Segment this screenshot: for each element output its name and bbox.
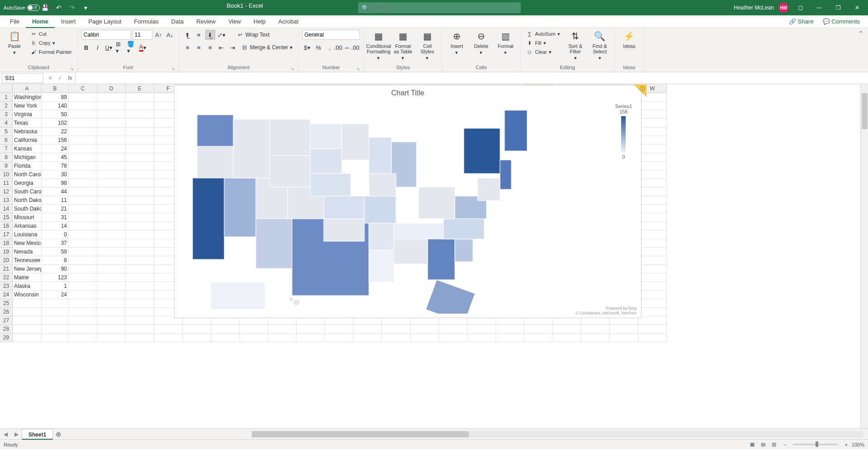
cell-A7[interactable]: Kansas bbox=[13, 145, 42, 153]
align-middle-icon[interactable]: ≡ bbox=[194, 30, 204, 40]
cell-E25[interactable] bbox=[126, 299, 154, 308]
row-header-25[interactable]: 25 bbox=[0, 299, 13, 308]
cell-A6[interactable]: California bbox=[13, 136, 42, 145]
tab-data[interactable]: Data bbox=[165, 15, 190, 28]
italic-button[interactable]: I bbox=[93, 42, 103, 52]
find-select-button[interactable]: 🔍Find & Select▾ bbox=[589, 30, 611, 61]
row-header-17[interactable]: 17 bbox=[0, 230, 13, 239]
sort-filter-button[interactable]: ⇅Sort & Filter▾ bbox=[565, 30, 586, 61]
cell-V29[interactable] bbox=[610, 333, 638, 342]
cell-C20[interactable] bbox=[69, 256, 97, 265]
cell-E26[interactable] bbox=[126, 308, 154, 316]
cell-C6[interactable] bbox=[69, 136, 97, 145]
row-header-9[interactable]: 9 bbox=[0, 162, 13, 170]
cell-D5[interactable] bbox=[97, 127, 126, 136]
prev-sheet-icon[interactable]: ◀ bbox=[0, 431, 11, 437]
user-avatar[interactable]: HM bbox=[778, 3, 788, 13]
cell-I28[interactable] bbox=[240, 325, 268, 333]
cell-D26[interactable] bbox=[97, 308, 126, 316]
cell-M29[interactable] bbox=[354, 333, 382, 342]
fill-color-button[interactable]: 🪣▾ bbox=[127, 42, 137, 52]
row-header-24[interactable]: 24 bbox=[0, 291, 13, 299]
cell-C25[interactable] bbox=[69, 299, 97, 308]
row-header-13[interactable]: 13 bbox=[0, 196, 13, 205]
clear-button[interactable]: ◇Clear ▾ bbox=[524, 48, 561, 56]
cell-W8[interactable] bbox=[638, 153, 667, 162]
cell-E2[interactable] bbox=[126, 102, 154, 110]
row-header-11[interactable]: 11 bbox=[0, 179, 13, 188]
cell-A24[interactable]: Wisconsin bbox=[13, 291, 42, 299]
zoom-level[interactable]: 100% bbox=[852, 442, 864, 447]
next-sheet-icon[interactable]: ▶ bbox=[11, 431, 22, 437]
cell-U29[interactable] bbox=[581, 333, 610, 342]
row-header-20[interactable]: 20 bbox=[0, 256, 13, 265]
row-header-22[interactable]: 22 bbox=[0, 273, 13, 282]
cell-E3[interactable] bbox=[126, 110, 154, 119]
cell-D28[interactable] bbox=[97, 325, 126, 333]
cell-C23[interactable] bbox=[69, 282, 97, 291]
cell-H29[interactable] bbox=[211, 333, 240, 342]
cell-O28[interactable] bbox=[410, 325, 439, 333]
add-sheet-button[interactable]: ⊕ bbox=[53, 430, 64, 439]
cell-A22[interactable]: Maine bbox=[13, 273, 42, 282]
cell-D24[interactable] bbox=[97, 291, 126, 299]
cell-B3[interactable]: 50 bbox=[42, 110, 69, 119]
cell-B17[interactable]: 0 bbox=[42, 230, 69, 239]
increase-indent-icon[interactable]: ⇥ bbox=[228, 42, 238, 52]
cell-D14[interactable] bbox=[97, 205, 126, 213]
accounting-format-icon[interactable]: $▾ bbox=[302, 42, 312, 52]
comma-format-icon[interactable]: , bbox=[325, 42, 335, 52]
cell-S28[interactable] bbox=[524, 325, 553, 333]
normal-view-icon[interactable]: ▦ bbox=[747, 441, 758, 449]
cell-A25[interactable] bbox=[13, 299, 42, 308]
cell-D19[interactable] bbox=[97, 248, 126, 256]
cell-C28[interactable] bbox=[69, 325, 97, 333]
decrease-decimal-icon[interactable]: ←.00 bbox=[347, 42, 357, 52]
cell-C21[interactable] bbox=[69, 265, 97, 273]
cell-W12[interactable] bbox=[638, 188, 667, 196]
tab-formulas[interactable]: Formulas bbox=[128, 15, 165, 28]
cell-W5[interactable] bbox=[638, 127, 667, 136]
cell-B26[interactable] bbox=[42, 308, 69, 316]
cell-W20[interactable] bbox=[638, 256, 667, 265]
user-name[interactable]: Heather McLean bbox=[734, 5, 774, 11]
col-header-C[interactable]: C bbox=[69, 84, 97, 93]
cell-B12[interactable]: 44 bbox=[42, 188, 69, 196]
cell-A3[interactable]: Virginia bbox=[13, 110, 42, 119]
cell-M28[interactable] bbox=[354, 325, 382, 333]
cell-T28[interactable] bbox=[553, 325, 581, 333]
row-header-29[interactable]: 29 bbox=[0, 333, 13, 342]
worksheet-grid[interactable]: ABCDEFGHIJKLMNOPQRSTUVW 1234567891011121… bbox=[0, 84, 868, 428]
cell-L29[interactable] bbox=[325, 333, 354, 342]
cell-A8[interactable]: Michigan bbox=[13, 153, 42, 162]
chart-title[interactable]: Chart Title bbox=[175, 85, 641, 97]
cell-E14[interactable] bbox=[126, 205, 154, 213]
cell-J29[interactable] bbox=[268, 333, 297, 342]
chart-info-icon[interactable] bbox=[634, 85, 646, 97]
cell-B25[interactable] bbox=[42, 299, 69, 308]
decrease-indent-icon[interactable]: ⇤ bbox=[217, 42, 226, 52]
cell-E5[interactable] bbox=[126, 127, 154, 136]
cell-B20[interactable]: 8 bbox=[42, 256, 69, 265]
cell-B24[interactable]: 24 bbox=[42, 291, 69, 299]
cell-C22[interactable] bbox=[69, 273, 97, 282]
cell-C4[interactable] bbox=[69, 119, 97, 127]
cell-A13[interactable]: North Dakota bbox=[13, 196, 42, 205]
cell-C2[interactable] bbox=[69, 102, 97, 110]
conditional-formatting-button[interactable]: ▦Conditional Formatting▾ bbox=[368, 30, 389, 61]
cell-N29[interactable] bbox=[382, 333, 410, 342]
cell-D3[interactable] bbox=[97, 110, 126, 119]
cell-W14[interactable] bbox=[638, 205, 667, 213]
align-right-icon[interactable]: ≡ bbox=[205, 42, 215, 52]
cell-C1[interactable] bbox=[69, 93, 97, 102]
cell-R28[interactable] bbox=[496, 325, 524, 333]
delete-cells-button[interactable]: ⊖Delete▾ bbox=[470, 30, 492, 56]
row-header-1[interactable]: 1 bbox=[0, 93, 13, 102]
cell-D18[interactable] bbox=[97, 239, 126, 248]
cell-A9[interactable]: Florida bbox=[13, 162, 42, 170]
row-header-3[interactable]: 3 bbox=[0, 110, 13, 119]
row-header-7[interactable]: 7 bbox=[0, 145, 13, 153]
page-break-view-icon[interactable]: ▥ bbox=[769, 441, 779, 449]
search-box[interactable]: 🔍 bbox=[358, 2, 521, 13]
tab-view[interactable]: View bbox=[222, 15, 247, 28]
